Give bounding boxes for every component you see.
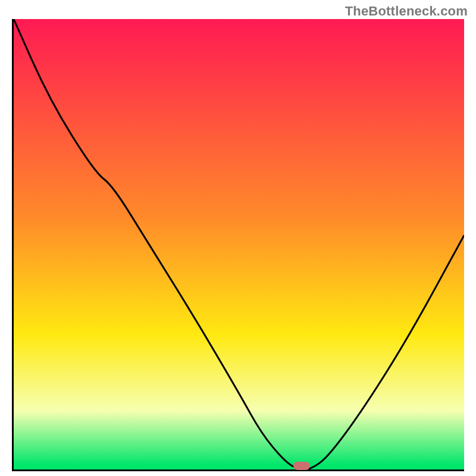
optimal-point-marker — [293, 462, 310, 470]
chart-background-gradient — [14, 19, 464, 469]
watermark-text: TheBottleneck.com — [345, 4, 468, 19]
bottleneck-chart — [14, 19, 464, 469]
